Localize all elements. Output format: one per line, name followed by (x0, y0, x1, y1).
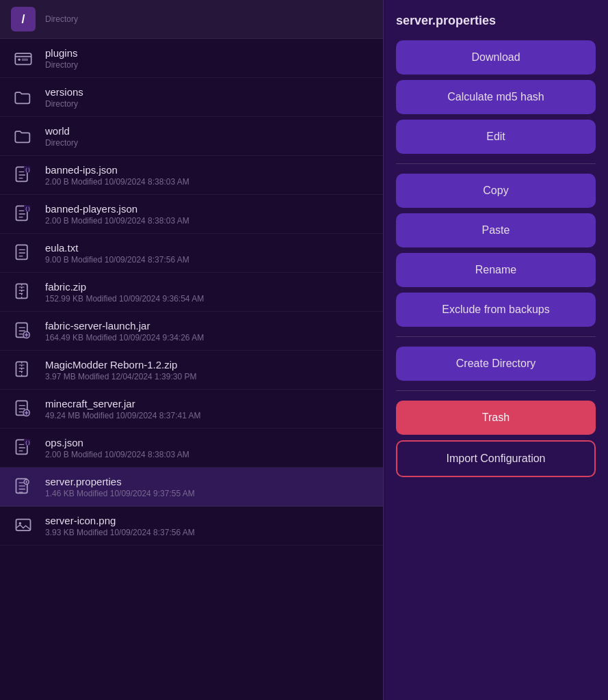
svg-text:{}: {} (25, 440, 30, 446)
file-item-minecraft-jar[interactable]: minecraft_server.jar 49.24 MB Modified 1… (0, 390, 383, 429)
file-name-server-icon: server-icon.png (45, 515, 195, 526)
trash-button[interactable]: Trash (396, 401, 596, 435)
file-meta-ops: 2.00 B Modified 10/09/2024 8:38:03 AM (45, 450, 189, 459)
file-item-ops[interactable]: {} ops.json 2.00 B Modified 10/09/2024 8… (0, 429, 383, 468)
svg-rect-2 (22, 59, 28, 62)
file-meta-banned-players: 2.00 B Modified 10/09/2024 8:38:03 AM (45, 216, 189, 226)
json-file-icon: {} (11, 163, 36, 187)
file-name-banned-ips: banned-ips.json (45, 164, 189, 176)
file-name-fabric-zip: fabric.zip (45, 281, 204, 293)
file-meta-server-properties: 1.46 KB Modified 10/09/2024 9:37:55 AM (45, 489, 195, 498)
plugins-dir-icon (11, 46, 36, 70)
file-item-plugins[interactable]: plugins Directory (0, 39, 383, 78)
file-name-ops: ops.json (45, 437, 189, 448)
calculate-md5-button[interactable]: Calculate md5 hash (396, 80, 596, 114)
svg-text:{}: {} (25, 206, 30, 212)
file-name-plugins: plugins (45, 47, 78, 59)
import-config-button[interactable]: Import Configuration (396, 440, 596, 477)
file-item-server-icon[interactable]: server-icon.png 3.93 KB Modified 10/09/2… (0, 507, 383, 546)
file-item-fabric-zip[interactable]: fabric.zip 152.99 KB Modified 10/09/2024… (0, 273, 383, 312)
paste-button[interactable]: Paste (396, 213, 596, 247)
file-meta-plugins: Directory (45, 60, 78, 70)
divider-2 (396, 336, 596, 337)
create-directory-button[interactable]: Create Directory (396, 347, 596, 381)
rename-button[interactable]: Rename (396, 253, 596, 287)
svg-rect-9 (16, 245, 27, 259)
divider-1 (396, 163, 596, 164)
jar-file-icon-2 (11, 396, 36, 421)
file-meta-magicmodder: 3.97 MB Modified 12/04/2024 1:39:30 PM (45, 372, 196, 381)
folder-icon (11, 85, 36, 109)
file-meta-fabric-jar: 164.49 KB Modified 10/09/2024 9:34:26 AM (45, 333, 204, 342)
file-item-versions[interactable]: versions Directory (0, 78, 383, 117)
divider-3 (396, 390, 596, 391)
zip-file-icon (11, 280, 36, 304)
file-name-server-properties: server.properties (45, 476, 195, 487)
download-button[interactable]: Download (396, 40, 596, 75)
file-name-minecraft-jar: minecraft_server.jar (45, 398, 201, 409)
file-item-server-properties[interactable]: server.properties 1.46 KB Modified 10/09… (0, 468, 383, 507)
svg-rect-21 (16, 520, 31, 530)
image-file-icon (11, 513, 36, 538)
file-meta-root: Directory (45, 14, 78, 24)
file-meta-world: Directory (45, 138, 78, 148)
file-item-banned-players[interactable]: {} banned-players.json 2.00 B Modified 1… (0, 195, 383, 234)
file-meta-minecraft-jar: 49.24 MB Modified 10/09/2024 8:37:41 AM (45, 411, 201, 420)
file-item-fabric-jar[interactable]: fabric-server-launch.jar 164.49 KB Modif… (0, 312, 383, 351)
file-item-world[interactable]: world Directory (0, 117, 383, 156)
properties-file-icon (11, 474, 36, 499)
svg-point-1 (18, 59, 21, 62)
svg-text:{}: {} (25, 167, 30, 173)
file-meta-fabric-zip: 152.99 KB Modified 10/09/2024 9:36:54 AM (45, 294, 204, 304)
file-name-fabric-jar: fabric-server-launch.jar (45, 320, 204, 332)
file-meta-eula: 9.00 B Modified 10/09/2024 8:37:56 AM (45, 255, 189, 265)
file-name-world: world (45, 125, 78, 137)
file-item-magicmodder[interactable]: MagicModder Reborn-1.2.zip 3.97 MB Modif… (0, 351, 383, 390)
exclude-backups-button[interactable]: Exclude from backups (396, 293, 596, 327)
file-item-root[interactable]: / Directory (0, 0, 383, 39)
panel-title: server.properties (396, 14, 596, 28)
jar-file-icon (11, 319, 36, 343)
svg-point-22 (19, 522, 21, 525)
root-icon: / (11, 7, 36, 31)
json-file-icon-3: {} (11, 435, 36, 460)
zip-file-icon-2 (11, 358, 36, 382)
file-name-banned-players: banned-players.json (45, 203, 189, 215)
file-meta-banned-ips: 2.00 B Modified 10/09/2024 8:38:03 AM (45, 177, 189, 187)
txt-file-icon (11, 241, 36, 265)
file-item-banned-ips[interactable]: {} banned-ips.json 2.00 B Modified 10/09… (0, 156, 383, 195)
json-file-icon-2: {} (11, 202, 36, 226)
file-panel: / Directory plugins Directory versions (0, 0, 383, 700)
file-name-eula: eula.txt (45, 242, 189, 254)
file-meta-server-icon: 3.93 KB Modified 10/09/2024 8:37:56 AM (45, 528, 195, 537)
file-name-versions: versions (45, 86, 83, 98)
folder-icon-2 (11, 124, 36, 148)
edit-button[interactable]: Edit (396, 120, 596, 154)
file-meta-versions: Directory (45, 99, 83, 109)
file-item-eula[interactable]: eula.txt 9.00 B Modified 10/09/2024 8:37… (0, 234, 383, 273)
file-name-magicmodder: MagicModder Reborn-1.2.zip (45, 359, 196, 371)
copy-button[interactable]: Copy (396, 174, 596, 208)
action-panel: server.properties Download Calculate md5… (383, 0, 608, 700)
